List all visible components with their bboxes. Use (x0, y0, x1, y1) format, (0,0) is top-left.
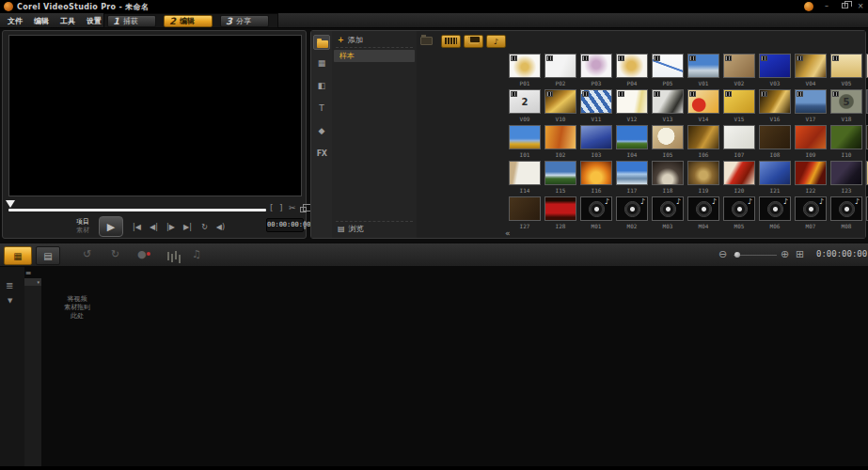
library-item[interactable]: I28 (543, 196, 578, 229)
media-thumbnail[interactable]: ♪ (580, 196, 612, 221)
close-button[interactable]: × (854, 2, 867, 11)
filter-audio-button[interactable]: ♪ (486, 35, 506, 48)
library-item[interactable]: I02 (543, 125, 578, 158)
library-item[interactable]: V19 (864, 89, 868, 122)
library-item[interactable]: P02 (543, 54, 578, 86)
library-item[interactable]: V02 (721, 54, 757, 86)
media-thumbnail[interactable] (795, 54, 827, 78)
library-item[interactable]: I07 (721, 125, 757, 158)
scroll-track-down-icon[interactable]: ▼ (8, 297, 12, 305)
media-thumbnail[interactable] (616, 54, 648, 78)
media-thumbnail[interactable] (723, 161, 755, 185)
library-item[interactable]: I16 (578, 161, 614, 194)
media-thumbnail[interactable] (544, 54, 576, 78)
minimize-button[interactable]: – (820, 2, 833, 11)
library-item[interactable]: ♪M08 (829, 196, 864, 229)
mode-project[interactable]: 项目 (76, 218, 97, 227)
library-item[interactable]: I24 (864, 161, 868, 194)
media-thumbnail[interactable] (795, 125, 827, 149)
library-item[interactable]: ♪M02 (614, 196, 650, 229)
tab-capture[interactable]: 1 捕获 (107, 15, 156, 27)
library-item[interactable]: P03 (578, 54, 614, 86)
library-item[interactable]: 2V09 (507, 89, 543, 122)
media-thumbnail[interactable] (759, 54, 791, 78)
library-item[interactable]: V17 (793, 89, 829, 122)
tab-edit[interactable]: 2 编辑 (164, 15, 213, 27)
library-item[interactable]: I17 (614, 161, 650, 194)
menu-edit[interactable]: 编辑 (34, 16, 49, 26)
library-item[interactable]: I14 (507, 161, 543, 194)
media-thumbnail[interactable] (580, 89, 612, 114)
fit-timeline-icon[interactable]: ⊞ (796, 248, 804, 260)
library-item[interactable]: I03 (578, 125, 614, 158)
category-samples[interactable]: 样本 (334, 50, 415, 62)
library-item[interactable]: ♪M06 (757, 196, 793, 229)
enlarge-preview-icon[interactable] (300, 207, 307, 212)
media-thumbnail[interactable] (580, 125, 612, 149)
library-item[interactable]: I27 (507, 196, 543, 229)
media-thumbnail[interactable] (723, 125, 755, 149)
track-header-dropdown[interactable]: ▾ (24, 278, 41, 286)
timecode-spinner[interactable]: ▲ ▼ (302, 218, 308, 232)
play-button[interactable]: ▶ (99, 216, 123, 237)
media-thumbnail[interactable] (830, 161, 862, 185)
library-item[interactable]: V01 (686, 54, 721, 86)
library-item[interactable]: ♪M04 (686, 196, 721, 229)
library-item[interactable]: ♪M03 (650, 196, 686, 229)
media-thumbnail[interactable] (580, 161, 612, 185)
media-thumbnail[interactable] (830, 125, 862, 149)
timeline-zoom-out-icon[interactable]: ⊖ (718, 248, 727, 260)
mode-clip[interactable]: 素材 (76, 227, 97, 235)
media-thumbnail[interactable] (723, 54, 755, 78)
nav-transition[interactable]: ◧ (313, 78, 330, 93)
library-item[interactable]: I15 (543, 161, 578, 194)
media-thumbnail[interactable] (652, 161, 684, 185)
library-item[interactable]: V16 (757, 89, 793, 122)
media-thumbnail[interactable]: ♪ (723, 196, 755, 221)
nav-instant-project[interactable]: ▦ (313, 55, 330, 70)
media-thumbnail[interactable] (723, 89, 755, 114)
media-thumbnail[interactable] (544, 161, 576, 185)
media-thumbnail[interactable] (544, 89, 576, 114)
media-thumbnail[interactable] (652, 89, 684, 114)
nav-title[interactable]: T (313, 101, 330, 116)
scrubber-handle[interactable] (6, 200, 15, 208)
media-thumbnail[interactable] (544, 125, 576, 149)
timeline-zoom-slider-knob[interactable] (734, 252, 740, 258)
media-thumbnail[interactable]: ♪ (687, 196, 719, 221)
track-list-button[interactable]: ≡ (21, 269, 36, 278)
library-item[interactable]: ♪M07 (793, 196, 829, 229)
library-item[interactable]: I10 (829, 125, 864, 158)
menu-tools[interactable]: 工具 (60, 16, 75, 26)
media-thumbnail[interactable] (687, 89, 719, 114)
up-folder-icon[interactable] (420, 37, 433, 45)
repeat-button[interactable]: ↻ (197, 221, 213, 233)
record-capture-button[interactable]: ● (137, 248, 147, 260)
undo-button[interactable]: ↺ (83, 248, 91, 260)
filter-photo-button[interactable] (464, 35, 483, 48)
media-thumbnail[interactable]: ♪ (759, 196, 791, 221)
auto-music-button[interactable]: ♫ (192, 248, 201, 260)
media-thumbnail[interactable] (509, 54, 541, 78)
media-thumbnail[interactable]: ♪ (652, 196, 684, 221)
preview-timecode[interactable]: 00:00:00:00 (266, 218, 304, 232)
mark-out-icon[interactable]: ] (279, 203, 283, 212)
sound-mixer-icon[interactable] (167, 252, 169, 260)
library-item[interactable]: V04 (793, 54, 829, 86)
library-item[interactable]: P05 (650, 54, 686, 86)
browse-button[interactable]: ▤浏览 (336, 221, 413, 235)
library-item[interactable]: I19 (686, 161, 721, 194)
playback-mode-toggle[interactable]: 项目 素材 (76, 218, 97, 235)
filter-video-button[interactable] (441, 35, 461, 48)
media-thumbnail[interactable] (759, 161, 791, 185)
library-item[interactable]: ♪M09 (864, 196, 868, 229)
collapse-panel-icon[interactable]: « (505, 228, 511, 238)
library-item[interactable]: V14 (686, 89, 721, 122)
library-item[interactable]: I06 (686, 125, 721, 158)
scrubber-track[interactable] (8, 209, 266, 212)
media-thumbnail[interactable] (830, 54, 862, 78)
go-start-button[interactable]: |◀ (129, 221, 145, 233)
media-thumbnail[interactable]: ♪ (616, 196, 648, 221)
library-item[interactable]: I05 (650, 125, 686, 158)
media-thumbnail[interactable] (509, 196, 541, 221)
